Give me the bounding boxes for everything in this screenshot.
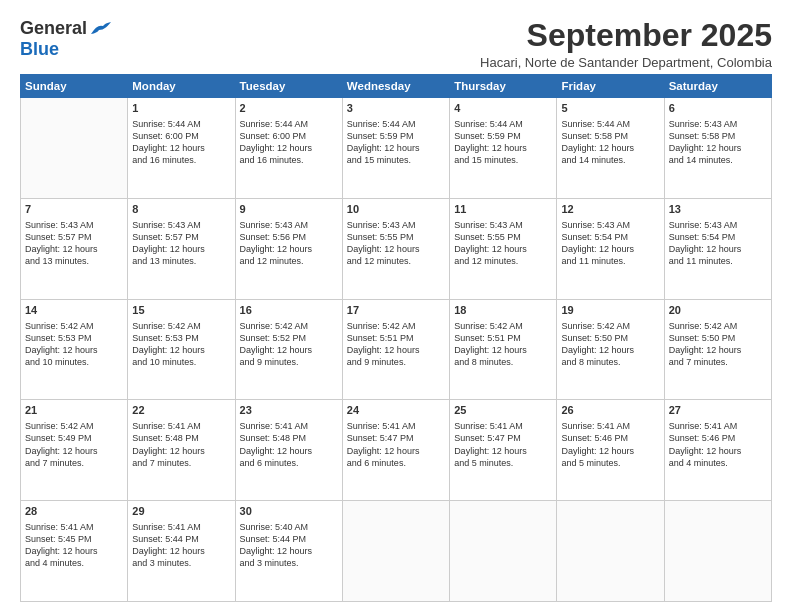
calendar-day-header: Monday [128, 75, 235, 98]
logo-general-text: General [20, 18, 87, 39]
day-info-line: and 9 minutes. [347, 356, 445, 368]
day-info-line: Sunrise: 5:44 AM [454, 118, 552, 130]
day-info-line: Sunrise: 5:42 AM [454, 320, 552, 332]
day-info-line: Daylight: 12 hours [240, 142, 338, 154]
calendar-day-cell: 29Sunrise: 5:41 AMSunset: 5:44 PMDayligh… [128, 501, 235, 602]
day-info-line: and 7 minutes. [25, 457, 123, 469]
day-info-line: Sunrise: 5:42 AM [240, 320, 338, 332]
day-number: 17 [347, 303, 445, 318]
day-info-line: Daylight: 12 hours [132, 545, 230, 557]
calendar-day-cell [450, 501, 557, 602]
calendar-week-row: 21Sunrise: 5:42 AMSunset: 5:49 PMDayligh… [21, 400, 772, 501]
calendar-table: SundayMondayTuesdayWednesdayThursdayFrid… [20, 74, 772, 602]
calendar-day-cell: 19Sunrise: 5:42 AMSunset: 5:50 PMDayligh… [557, 299, 664, 400]
day-info-line: Daylight: 12 hours [561, 243, 659, 255]
page-header: General Blue September 2025 Hacari, Nort… [20, 18, 772, 70]
calendar-day-header: Thursday [450, 75, 557, 98]
day-info-line: Sunrise: 5:41 AM [454, 420, 552, 432]
day-info-line: and 15 minutes. [347, 154, 445, 166]
calendar-day-cell: 7Sunrise: 5:43 AMSunset: 5:57 PMDaylight… [21, 198, 128, 299]
day-number: 13 [669, 202, 767, 217]
day-info-line: Sunrise: 5:43 AM [240, 219, 338, 231]
calendar-week-row: 28Sunrise: 5:41 AMSunset: 5:45 PMDayligh… [21, 501, 772, 602]
day-info-line: Daylight: 12 hours [132, 344, 230, 356]
day-number: 12 [561, 202, 659, 217]
calendar-week-row: 7Sunrise: 5:43 AMSunset: 5:57 PMDaylight… [21, 198, 772, 299]
day-number: 3 [347, 101, 445, 116]
calendar-day-header: Sunday [21, 75, 128, 98]
calendar-day-cell: 10Sunrise: 5:43 AMSunset: 5:55 PMDayligh… [342, 198, 449, 299]
day-info-line: Sunset: 5:47 PM [347, 432, 445, 444]
day-info-line: and 13 minutes. [25, 255, 123, 267]
day-number: 14 [25, 303, 123, 318]
calendar-day-cell [557, 501, 664, 602]
day-info-line: Sunset: 5:59 PM [347, 130, 445, 142]
calendar-header-row: SundayMondayTuesdayWednesdayThursdayFrid… [21, 75, 772, 98]
calendar-day-cell: 15Sunrise: 5:42 AMSunset: 5:53 PMDayligh… [128, 299, 235, 400]
day-info-line: and 10 minutes. [132, 356, 230, 368]
day-info-line: Sunset: 5:54 PM [669, 231, 767, 243]
day-info-line: and 7 minutes. [669, 356, 767, 368]
day-info-line: Sunrise: 5:43 AM [561, 219, 659, 231]
day-info-line: Sunrise: 5:41 AM [561, 420, 659, 432]
day-info-line: Sunset: 5:53 PM [25, 332, 123, 344]
day-number: 21 [25, 403, 123, 418]
calendar-day-cell: 13Sunrise: 5:43 AMSunset: 5:54 PMDayligh… [664, 198, 771, 299]
day-info-line: Sunset: 5:58 PM [561, 130, 659, 142]
day-info-line: Sunrise: 5:43 AM [25, 219, 123, 231]
day-number: 23 [240, 403, 338, 418]
day-info-line: Daylight: 12 hours [25, 344, 123, 356]
calendar-day-cell: 9Sunrise: 5:43 AMSunset: 5:56 PMDaylight… [235, 198, 342, 299]
day-info-line: Sunset: 5:44 PM [240, 533, 338, 545]
calendar-day-cell: 8Sunrise: 5:43 AMSunset: 5:57 PMDaylight… [128, 198, 235, 299]
day-info-line: Daylight: 12 hours [561, 445, 659, 457]
calendar-day-cell: 23Sunrise: 5:41 AMSunset: 5:48 PMDayligh… [235, 400, 342, 501]
day-info-line: Sunrise: 5:43 AM [347, 219, 445, 231]
day-info-line: Sunrise: 5:41 AM [240, 420, 338, 432]
day-info-line: Sunrise: 5:43 AM [669, 118, 767, 130]
calendar-day-cell: 5Sunrise: 5:44 AMSunset: 5:58 PMDaylight… [557, 98, 664, 199]
calendar-day-cell: 28Sunrise: 5:41 AMSunset: 5:45 PMDayligh… [21, 501, 128, 602]
day-number: 22 [132, 403, 230, 418]
calendar-day-cell: 12Sunrise: 5:43 AMSunset: 5:54 PMDayligh… [557, 198, 664, 299]
day-info-line: and 14 minutes. [561, 154, 659, 166]
day-info-line: Sunrise: 5:41 AM [132, 521, 230, 533]
day-info-line: Daylight: 12 hours [561, 142, 659, 154]
day-number: 15 [132, 303, 230, 318]
calendar-day-cell: 20Sunrise: 5:42 AMSunset: 5:50 PMDayligh… [664, 299, 771, 400]
day-info-line: Daylight: 12 hours [347, 445, 445, 457]
location-text: Hacari, Norte de Santander Department, C… [480, 55, 772, 70]
day-info-line: Sunrise: 5:43 AM [454, 219, 552, 231]
calendar-day-cell: 1Sunrise: 5:44 AMSunset: 6:00 PMDaylight… [128, 98, 235, 199]
day-info-line: Sunset: 5:54 PM [561, 231, 659, 243]
calendar-week-row: 1Sunrise: 5:44 AMSunset: 6:00 PMDaylight… [21, 98, 772, 199]
day-number: 24 [347, 403, 445, 418]
calendar-day-header: Wednesday [342, 75, 449, 98]
calendar-day-cell: 3Sunrise: 5:44 AMSunset: 5:59 PMDaylight… [342, 98, 449, 199]
calendar-week-row: 14Sunrise: 5:42 AMSunset: 5:53 PMDayligh… [21, 299, 772, 400]
day-info-line: Daylight: 12 hours [454, 445, 552, 457]
calendar-day-cell [21, 98, 128, 199]
day-info-line: and 14 minutes. [669, 154, 767, 166]
day-info-line: and 15 minutes. [454, 154, 552, 166]
day-info-line: Sunset: 5:51 PM [454, 332, 552, 344]
day-number: 27 [669, 403, 767, 418]
day-number: 19 [561, 303, 659, 318]
day-info-line: and 4 minutes. [25, 557, 123, 569]
calendar-day-cell: 4Sunrise: 5:44 AMSunset: 5:59 PMDaylight… [450, 98, 557, 199]
day-info-line: Daylight: 12 hours [25, 545, 123, 557]
logo-bird-icon [89, 20, 111, 38]
day-number: 6 [669, 101, 767, 116]
day-info-line: Sunrise: 5:43 AM [132, 219, 230, 231]
day-info-line: and 8 minutes. [454, 356, 552, 368]
calendar-day-header: Friday [557, 75, 664, 98]
day-info-line: and 5 minutes. [561, 457, 659, 469]
day-info-line: Sunset: 5:55 PM [347, 231, 445, 243]
day-info-line: Sunrise: 5:43 AM [669, 219, 767, 231]
day-info-line: and 11 minutes. [669, 255, 767, 267]
day-info-line: Sunrise: 5:44 AM [347, 118, 445, 130]
day-number: 20 [669, 303, 767, 318]
day-info-line: and 12 minutes. [347, 255, 445, 267]
day-info-line: Daylight: 12 hours [454, 344, 552, 356]
day-info-line: Sunrise: 5:42 AM [25, 420, 123, 432]
